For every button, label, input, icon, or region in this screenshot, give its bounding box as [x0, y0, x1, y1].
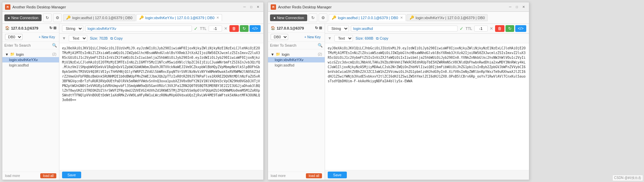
key-icon-tab1: 🔑 [66, 15, 71, 20]
reload-icon-2[interactable]: ↻ [315, 26, 318, 30]
close-button-2[interactable]: ✕ [521, 4, 526, 10]
ttl-clear-icon-2[interactable]: ✕ [490, 26, 493, 31]
size-info-1: Size: 702B [90, 36, 108, 40]
home-icon-1: 🏠 [5, 26, 10, 30]
tree-group-header-login-2[interactable]: ▼ 📁 login (2) [268, 51, 325, 57]
check-icon-2: ✓ [460, 26, 464, 31]
save-button-2[interactable]: Save [328, 172, 347, 178]
settings-button-2[interactable]: ⚙ [319, 13, 327, 22]
close-button-1[interactable]: ✕ [255, 4, 261, 10]
refresh-button-2[interactable]: ↻ [505, 25, 514, 32]
down-arrow-icon-2: ▼ [328, 36, 332, 41]
filter-icon-1[interactable]: ⊞ [53, 26, 56, 30]
value-textarea-2[interactable]: eyJ0eXAiOiJKV1QiLCJhbGciOiJIUzUxMiJ9.eyJ… [325, 43, 529, 170]
chevron-down-icon-2: ▼ [271, 52, 274, 56]
maximize-button-1[interactable]: □ [249, 4, 254, 10]
tab-1-login-asdfsd[interactable]: 🔑 login:asdfsd | 127.0.0.1@6379 | DB0 [63, 14, 136, 21]
title-bar-2: R Another Redis Desktop Manager ─ □ ✕ [268, 2, 529, 12]
tab-bar-2: 🔑 login:asdfsd | 127.0.0.1@6379 | DB0 ✕ … [329, 14, 527, 21]
maximize-button-2[interactable]: □ [514, 4, 520, 10]
search-icon-1: 🔍 [52, 43, 57, 48]
tab-1-login-xbvlh[interactable]: 🔑 login:xbvlhKeYXv | 127.0.0.1@6379 | DB… [136, 14, 222, 21]
app-icon-2: R [271, 4, 276, 10]
copy-button-1[interactable]: ⧉ Copy [110, 36, 123, 41]
copy-button-2[interactable]: ⧉ Copy [376, 36, 388, 41]
home-icon-2: 🏠 [271, 26, 275, 30]
window-1: R Another Redis Desktop Manager ─ □ ✕ ● … [2, 2, 264, 180]
search-input-2[interactable] [270, 43, 316, 47]
tree-item-asdfsd-1[interactable]: login:asdfsd [2, 62, 59, 68]
load-more-button-2[interactable]: load more [271, 174, 285, 178]
new-key-button-1[interactable]: + New Key [37, 35, 56, 39]
key-name-input-1[interactable] [85, 26, 192, 32]
circle-icon-2: ● [273, 16, 276, 20]
load-more-button-1[interactable]: load more [5, 174, 20, 178]
tab-close-icon[interactable]: ✕ [216, 16, 219, 19]
format-select-2[interactable]: Text [334, 35, 353, 42]
down-arrow-icon-1: ▼ [62, 36, 66, 41]
tab-2-login-asdfsd[interactable]: 🔑 login:asdfsd | 127.0.0.1@6379 | DB0 ✕ [329, 14, 406, 21]
copy-icon-2: ⧉ [376, 36, 379, 41]
tree-item-xbvlh-1[interactable]: login:xbvlhKeYXv [2, 57, 59, 62]
ttl-input-1[interactable] [209, 26, 222, 32]
circle-icon-1: ● [8, 16, 10, 20]
content-area-1: String ✓ TTL ✕ 🗑 ↻ </> ▼ Text Size: 702B [59, 24, 263, 180]
watermark: CSDN @科技出击 [613, 175, 643, 181]
new-connection-button-2[interactable]: ● New Connection [270, 14, 307, 21]
tab-2-login-xbvlh[interactable]: 🔑 login:xbvlhKeYXv | 127.0.0.1@6379 | DB… [407, 14, 488, 21]
settings-button-1[interactable]: ⚙ [53, 13, 62, 22]
type-select-2[interactable]: String [328, 25, 349, 32]
db-select-2[interactable]: DB0 [271, 34, 288, 40]
refresh-server-button-1[interactable]: ↻ [43, 13, 52, 22]
window-2: R Another Redis Desktop Manager ─ □ ✕ ● … [268, 2, 529, 180]
code-button-1[interactable]: </> [250, 25, 261, 32]
content-footer-1: Save [59, 170, 263, 180]
delete-button-1[interactable]: 🗑 [229, 25, 239, 32]
content-area-2: String ✓ TTL ✕ 🗑 ↻ </> ▼ Text Size: 698B [325, 24, 529, 180]
action-btns-2: 🗑 ↻ </> [495, 25, 526, 32]
db-select-1[interactable]: DB0 [5, 34, 22, 40]
tab2-close-icon[interactable]: ✕ [400, 16, 403, 19]
tree-item-xbvlh-2[interactable]: login:xbvlhKeYXv [268, 57, 325, 62]
ttl-input-2[interactable] [474, 26, 488, 32]
value-textarea-1[interactable]: eyJ0eXAiOiJKV1QiLCJhbGciOiJIUzUxMiJ9.eyJ… [59, 43, 263, 170]
check-icon-1: ✓ [194, 26, 198, 31]
key-icon-tab2: 🔑 [139, 15, 144, 20]
delete-button-2[interactable]: 🗑 [495, 25, 504, 32]
new-key-button-2[interactable]: + New Key [303, 35, 322, 39]
format-select-1[interactable]: Text [69, 35, 87, 42]
load-all-button-2[interactable]: load all [306, 173, 322, 178]
ttl-clear-icon-1[interactable]: ✕ [224, 26, 227, 31]
size-info-2: Size: 698B [356, 36, 373, 40]
ttl-label-2: TTL [466, 27, 472, 31]
tree-group-header-login-1[interactable]: ▼ 📁 login (2) [2, 51, 59, 57]
minimize-button-1[interactable]: ─ [242, 4, 247, 10]
ttl-label-1: TTL [200, 27, 207, 31]
tree-group-login-1: ▼ 📁 login (2) login:xbvlhKeYXv login:asd… [2, 51, 59, 69]
toolbar-1: ● New Connection ↻ ⚙ 🔑 login:asdfsd | 12… [2, 12, 263, 24]
app-icon-1: R [5, 4, 10, 10]
code-button-2[interactable]: </> [515, 25, 526, 32]
key-tree-1: ▼ 📁 login (2) login:xbvlhKeYXv login:asd… [2, 49, 59, 172]
reload-icon-1[interactable]: ↻ [49, 26, 52, 30]
refresh-server-button-2[interactable]: ↻ [309, 13, 317, 22]
key-name-input-2[interactable] [351, 26, 458, 32]
search-input-1[interactable] [4, 43, 51, 47]
db-selector-2: DB0 + New Key [268, 33, 325, 42]
window-controls-1: ─ □ ✕ [242, 4, 261, 10]
type-select-1[interactable]: String [62, 25, 83, 32]
refresh-button-1[interactable]: ↻ [240, 25, 249, 32]
sidebar-1: 🏠 127.0.0.1@6379 ↻ ⊞ DB0 + New Key 🔍 [2, 24, 59, 180]
filter-icon-2[interactable]: ⊞ [319, 26, 322, 30]
new-connection-button-1[interactable]: ● New Connection [4, 14, 42, 21]
save-button-1[interactable]: Save [62, 172, 81, 178]
tree-group-login-2: ▼ 📁 login (2) login:xbvlhKeYXv login:asd… [268, 51, 325, 69]
load-all-button-1[interactable]: load all [40, 173, 56, 178]
minimize-button-2[interactable]: ─ [507, 4, 513, 10]
server-icon-group-1: ↻ ⊞ [49, 26, 56, 30]
tree-item-asdfsd-2[interactable]: login:asdfsd [268, 62, 325, 68]
folder-icon-1: 📁 [10, 52, 15, 56]
db-selector-1: DB0 + New Key [2, 33, 59, 42]
search-box-2: 🔍 [268, 42, 325, 49]
title-text-2: Another Redis Desktop Manager [278, 5, 505, 9]
